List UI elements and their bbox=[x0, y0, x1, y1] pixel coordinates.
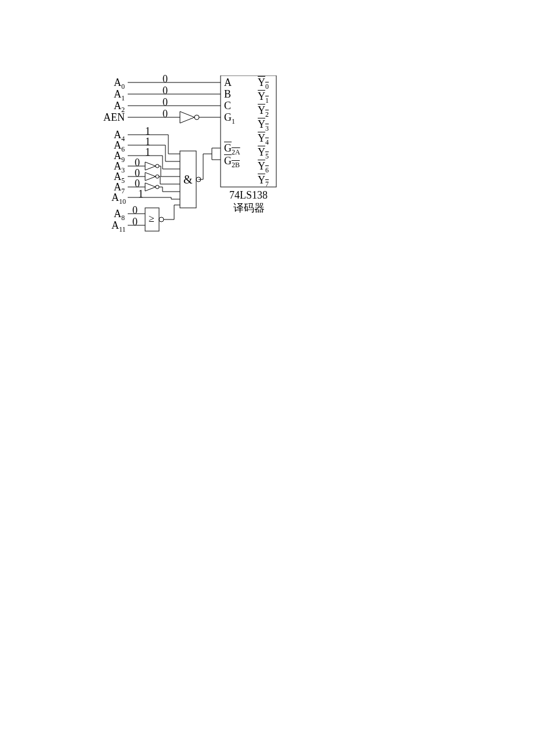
value-a0: 0 bbox=[163, 73, 168, 85]
and-gate-symbol: & bbox=[183, 173, 193, 186]
decoder-out-y7: Y7 bbox=[258, 174, 269, 189]
decoder-pin-a: A bbox=[224, 77, 232, 89]
svg-marker-5 bbox=[180, 111, 194, 123]
value-a10: 1 bbox=[138, 188, 143, 200]
decoder-circuit-diagram: A0 0 A1 0 A2 0 AEN 0 A4 1 A6 1 A9 1 A3 0… bbox=[104, 75, 430, 279]
value-a2: 0 bbox=[163, 96, 168, 109]
value-a8: 0 bbox=[132, 204, 138, 217]
value-a11: 0 bbox=[132, 216, 138, 228]
decoder-out-y6: Y6 bbox=[258, 160, 269, 175]
value-a9: 1 bbox=[145, 146, 150, 159]
decoder-pin-g2a: G2A bbox=[224, 142, 240, 157]
decoder-pin-b: B bbox=[224, 88, 231, 100]
decoder-pin-c: C bbox=[224, 100, 231, 112]
svg-marker-32 bbox=[145, 172, 156, 181]
decoder-out-y1: Y1 bbox=[258, 91, 269, 105]
svg-point-47 bbox=[159, 217, 164, 222]
decoder-out-y2: Y2 bbox=[258, 105, 269, 119]
value-aen: 0 bbox=[163, 108, 168, 120]
decoder-out-y4: Y4 bbox=[258, 132, 269, 147]
or-gate-symbol: ≥ bbox=[149, 213, 154, 225]
input-aen: AEN bbox=[103, 111, 125, 124]
decoder-pin-g1: G1 bbox=[224, 111, 235, 126]
chip-label: 74LS138 bbox=[229, 189, 268, 201]
input-a10: A10 bbox=[111, 192, 126, 206]
decoder-out-y0: Y0 bbox=[258, 77, 269, 91]
input-a11: A11 bbox=[111, 219, 126, 234]
svg-marker-26 bbox=[145, 162, 156, 170]
chip-desc: 译码器 bbox=[233, 201, 265, 215]
decoder-pin-g2b: G2B bbox=[224, 155, 240, 170]
svg-marker-38 bbox=[145, 183, 156, 191]
decoder-out-y5: Y5 bbox=[258, 146, 269, 161]
decoder-out-y3: Y3 bbox=[258, 118, 269, 133]
value-a1: 0 bbox=[163, 85, 168, 97]
